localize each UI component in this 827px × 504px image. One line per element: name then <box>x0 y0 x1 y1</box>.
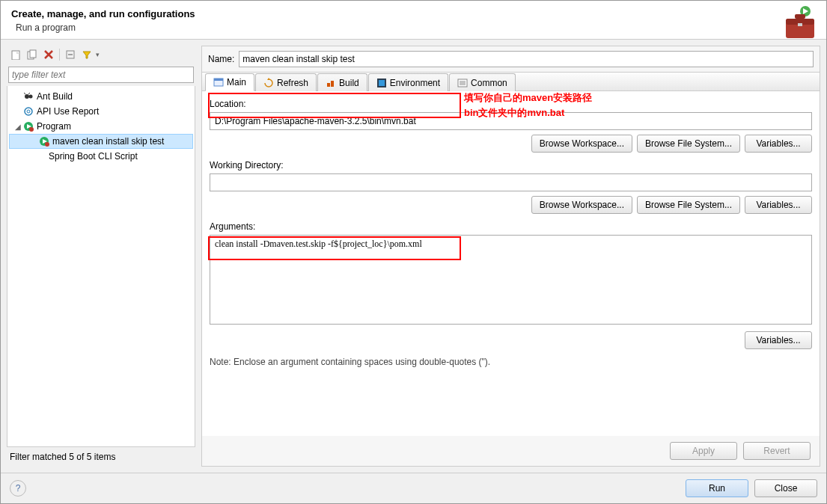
location-browse-filesystem-button[interactable]: Browse File System... <box>637 135 740 153</box>
working-dir-label: Working Directory: <box>210 160 812 170</box>
tree-item-spring-boot[interactable]: Spring Boot CLI Script <box>9 149 193 164</box>
tab-main[interactable]: Main <box>205 73 254 91</box>
apply-button[interactable]: Apply <box>670 442 737 460</box>
dialog-footer: ? Run Close <box>1 473 826 503</box>
refresh-tab-icon <box>263 78 274 88</box>
help-icon[interactable]: ? <box>10 480 26 497</box>
tab-refresh[interactable]: Refresh <box>255 73 317 91</box>
tab-body-main: 填写你自己的maven安装路径 bin文件夹中的mvn.bat Location… <box>202 91 820 436</box>
main-tab-icon <box>213 77 224 87</box>
arguments-input[interactable] <box>210 235 812 325</box>
right-panel: Name: Main Refresh Build Envir <box>201 46 820 467</box>
arguments-label: Arguments: <box>210 221 812 232</box>
svg-point-11 <box>25 108 32 115</box>
left-panel: ▾ Ant Build API Use Report ◢ <box>7 46 195 467</box>
filter-input[interactable] <box>8 67 194 83</box>
close-button[interactable]: Close <box>754 479 817 497</box>
tab-common[interactable]: Common <box>449 73 516 91</box>
dialog-header: Create, manage, and run configurations R… <box>1 1 826 40</box>
common-tab-icon <box>457 78 468 88</box>
name-input[interactable] <box>239 51 814 67</box>
expand-toggle-icon[interactable]: ◢ <box>13 123 22 131</box>
tree-item-ant-build[interactable]: Ant Build <box>9 89 193 104</box>
svg-rect-22 <box>379 80 385 86</box>
svg-rect-19 <box>327 83 330 87</box>
svg-point-10 <box>29 95 33 99</box>
location-label: Location: <box>210 99 812 109</box>
svg-rect-18 <box>214 79 223 81</box>
filter-status: Filter matched 5 of 5 items <box>7 447 195 467</box>
dialog-subtitle: Run a program <box>11 22 816 33</box>
svg-rect-7 <box>30 50 36 58</box>
ant-icon <box>22 90 34 102</box>
run-toolbox-icon <box>777 5 816 41</box>
run-button[interactable]: Run <box>686 479 748 497</box>
revert-button[interactable]: Revert <box>743 442 811 460</box>
name-label: Name: <box>208 54 234 64</box>
delete-config-icon[interactable] <box>41 47 56 62</box>
tree-item-maven-clean-install[interactable]: maven clean install skip test <box>9 134 193 149</box>
program-child-icon <box>38 135 50 147</box>
config-toolbar: ▾ <box>7 46 195 64</box>
program-icon <box>22 120 34 132</box>
tab-build[interactable]: Build <box>317 73 367 91</box>
svg-point-14 <box>29 127 34 132</box>
at-icon <box>22 105 34 117</box>
workdir-browse-workspace-button[interactable]: Browse Workspace... <box>531 196 632 214</box>
svg-rect-5 <box>12 51 19 60</box>
collapse-all-icon[interactable] <box>63 47 78 62</box>
working-dir-input[interactable] <box>210 173 812 191</box>
location-variables-button[interactable]: Variables... <box>745 135 812 153</box>
svg-point-12 <box>27 110 30 113</box>
svg-point-16 <box>45 142 49 147</box>
arguments-note: Note: Enclose an argument containing spa… <box>210 357 812 367</box>
dialog-title: Create, manage, and run configurations <box>11 8 816 19</box>
workdir-browse-filesystem-button[interactable]: Browse File System... <box>637 196 740 214</box>
spring-icon <box>34 150 46 162</box>
tab-strip: Main Refresh Build Environment Common <box>202 72 820 91</box>
filter-config-icon[interactable] <box>79 47 94 62</box>
svg-point-9 <box>25 94 29 99</box>
svg-rect-20 <box>331 81 334 87</box>
svg-rect-4 <box>798 23 802 26</box>
tab-environment[interactable]: Environment <box>368 73 448 91</box>
location-browse-workspace-button[interactable]: Browse Workspace... <box>531 135 632 153</box>
new-config-icon[interactable] <box>8 47 23 62</box>
build-tab-icon <box>326 78 336 88</box>
toolbar-separator <box>59 49 60 61</box>
tree-item-program[interactable]: ◢ Program <box>9 119 193 134</box>
duplicate-config-icon[interactable] <box>25 47 40 62</box>
svg-rect-3 <box>795 14 805 19</box>
config-tree[interactable]: Ant Build API Use Report ◢ Program maven… <box>7 86 195 447</box>
environment-tab-icon <box>376 78 387 88</box>
arguments-variables-button[interactable]: Variables... <box>745 331 812 349</box>
toolbar-chevron-icon[interactable]: ▾ <box>96 51 100 58</box>
location-input[interactable] <box>210 112 812 130</box>
tree-item-api-use-report[interactable]: API Use Report <box>9 104 193 119</box>
filter-box <box>8 67 194 83</box>
workdir-variables-button[interactable]: Variables... <box>745 196 812 214</box>
